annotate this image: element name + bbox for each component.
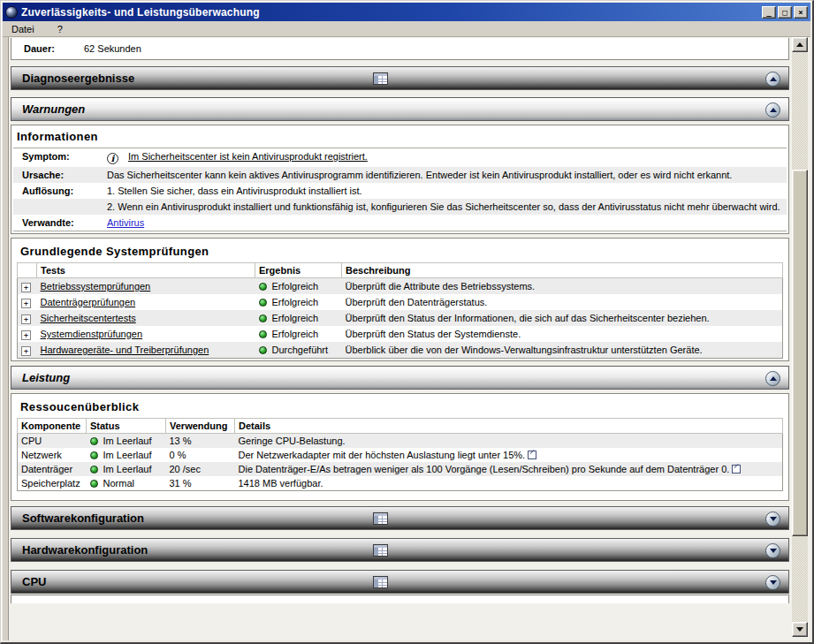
section-bar-warnungen[interactable]: Warnungen	[11, 97, 789, 121]
resource-status: Im Leerlauf	[103, 436, 152, 446]
resource-details: 1418 MB verfügbar.	[235, 476, 783, 491]
col-header-status[interactable]: Status	[87, 419, 166, 434]
test-link[interactable]: Sicherheitscentertests	[41, 313, 136, 323]
duration-value: 62 Sekunden	[84, 43, 141, 54]
status-green-icon	[90, 480, 98, 488]
collapse-chevron-up-icon[interactable]	[765, 371, 780, 386]
resource-name: CPU	[18, 434, 87, 449]
expand-chevron-down-icon[interactable]	[765, 511, 780, 527]
test-description: Überprüft den Status der Systemdienste.	[342, 326, 783, 342]
collapse-chevron-up-icon[interactable]	[765, 72, 780, 87]
collapse-chevron-up-icon[interactable]	[765, 102, 780, 117]
table-icon	[373, 544, 388, 557]
expand-chevron-down-icon[interactable]	[765, 575, 780, 590]
test-result: Erfolgreich	[272, 281, 319, 292]
menu-item-help[interactable]: ?	[54, 23, 66, 35]
expand-icon[interactable]: +	[21, 346, 31, 356]
info-row-aufloesung-1: Auflösung: 1. Stellen Sie sicher, dass e…	[13, 183, 787, 199]
table-icon	[373, 576, 388, 588]
expand-icon[interactable]: +	[21, 299, 31, 308]
table-icon	[373, 72, 388, 85]
verwandte-label: Verwandte:	[13, 217, 107, 228]
next-panel-cutoff	[11, 595, 789, 603]
section-bar-hardware[interactable]: Hardwarekonfiguration	[11, 538, 789, 562]
test-description: Überprüft die Attribute des Betriebssyst…	[342, 278, 783, 295]
resource-usage: 31 %	[166, 476, 235, 491]
test-result: Durchgeführt	[272, 345, 329, 355]
ressourcen-table: Komponente Status Verwendung Details CPU…	[17, 418, 783, 491]
resource-name: Speicherplatz	[18, 476, 87, 491]
resource-status: Im Leerlauf	[103, 450, 152, 460]
title-bar: Zuverlässigkeits- und Leistungsüberwachu…	[3, 3, 810, 21]
informationen-heading: Informationen	[13, 127, 787, 148]
table-icon	[373, 512, 388, 525]
vertical-scrollbar[interactable]	[792, 37, 808, 637]
resource-status: Im Leerlauf	[103, 464, 152, 474]
resource-usage: 13 %	[166, 434, 235, 449]
maximize-button[interactable]: □	[778, 6, 792, 19]
col-header-beschreibung[interactable]: Beschreibung	[342, 263, 783, 278]
table-row: Netzwerk Im Leerlauf 0 % Der Netzwerkada…	[18, 448, 783, 462]
resource-details: Der Netzwerkadapter mit der höchsten Aus…	[235, 448, 783, 462]
resource-details: Geringe CPU-Belastung.	[235, 434, 783, 449]
resource-details: Die Datenträger-E/As betragen weniger al…	[235, 462, 783, 476]
col-header-komponente[interactable]: Komponente	[18, 419, 87, 434]
status-green-icon	[259, 283, 267, 291]
info-row-symptom: Symptom: i Im Sicherheitscenter ist kein…	[13, 148, 787, 167]
resource-usage: 0 %	[166, 448, 235, 462]
systemchecks-table: Tests Ergebnis Beschreibung + Betriebssy…	[17, 262, 783, 359]
info-row-aufloesung-2: 2. Wenn ein Antivirusprodukt installiert…	[13, 199, 787, 215]
test-link[interactable]: Hardwaregeräte- und Treiberprüfungen	[41, 345, 209, 355]
section-bar-cpu[interactable]: CPU	[11, 570, 789, 594]
expand-icon[interactable]: +	[21, 283, 31, 292]
aufloesung-label: Auflösung:	[13, 186, 107, 196]
antivirus-link[interactable]: Antivirus	[107, 217, 144, 228]
status-green-icon	[259, 314, 267, 322]
section-title-leistung: Leistung	[22, 371, 70, 384]
duration-label: Dauer:	[24, 43, 84, 54]
aufloesung-step2: 2. Wenn ein Antivirusprodukt installiert…	[107, 201, 787, 212]
informationen-panel: Informationen Symptom: i Im Sicherheitsc…	[11, 125, 789, 234]
status-green-icon	[90, 437, 98, 445]
test-link[interactable]: Betriebssystemprüfungen	[41, 281, 151, 292]
minimize-button[interactable]: _	[762, 6, 776, 19]
col-header-verwendung[interactable]: Verwendung	[166, 419, 235, 434]
scrollbar-thumb[interactable]	[792, 170, 808, 536]
resource-name: Datenträger	[18, 462, 87, 476]
section-bar-software[interactable]: Softwarekonfiguration	[11, 506, 789, 530]
table-row: + Betriebssystemprüfungen Erfolgreich Üb…	[18, 278, 783, 295]
menu-item-file[interactable]: Datei	[8, 23, 38, 35]
test-link[interactable]: Systemdienstprüfungen	[41, 329, 143, 339]
report-scroll-area: Dauer: 62 Sekunden Diagnoseergebnisse Wa…	[3, 37, 810, 640]
window-title: Zuverlässigkeits- und Leistungsüberwachu…	[21, 6, 762, 19]
section-bar-leistung[interactable]: Leistung	[11, 366, 789, 390]
info-row-verwandte: Verwandte: Antivirus	[13, 215, 787, 231]
info-row-ursache: Ursache: Das Sicherheitscenter kann kein…	[13, 167, 787, 183]
close-button[interactable]: ×	[794, 6, 808, 19]
symptom-label: Symptom:	[13, 151, 107, 162]
related-link-icon[interactable]	[732, 465, 741, 474]
table-row: + Datenträgerprüfungen Erfolgreich Überp…	[18, 294, 783, 310]
test-description: Überblick über die von der Windows-Verwa…	[342, 342, 783, 359]
col-header-tests[interactable]: Tests	[37, 263, 255, 278]
expand-icon[interactable]: +	[21, 330, 31, 340]
table-row: + Sicherheitscentertests Erfolgreich Übe…	[18, 310, 783, 326]
scroll-up-button[interactable]	[792, 37, 808, 52]
col-header-details[interactable]: Details	[235, 419, 783, 434]
related-link-icon[interactable]	[528, 451, 536, 459]
test-description: Überprüft den Datenträgerstatus.	[342, 294, 783, 310]
test-description: Überprüft den Status der Informationen, …	[342, 310, 783, 326]
symptom-link[interactable]: Im Sicherheitscenter ist kein Antivirusp…	[128, 151, 368, 162]
duration-summary: Dauer: 62 Sekunden	[11, 38, 789, 60]
aufloesung-step1: 1. Stellen Sie sicher, dass ein Antiviru…	[107, 186, 787, 196]
expand-icon[interactable]: +	[21, 314, 31, 324]
col-header-ergebnis[interactable]: Ergebnis	[255, 263, 342, 278]
ursache-text: Das Sicherheitscenter kann kein aktives …	[107, 170, 787, 180]
resource-usage: 20 /sec	[166, 462, 235, 476]
status-green-icon	[90, 466, 98, 474]
app-window: Zuverlässigkeits- und Leistungsüberwachu…	[0, 0, 814, 644]
section-bar-diagnose[interactable]: Diagnoseergebnisse	[11, 66, 789, 90]
scroll-down-button[interactable]	[792, 622, 808, 637]
test-link[interactable]: Datenträgerprüfungen	[41, 297, 136, 307]
expand-chevron-down-icon[interactable]	[765, 543, 780, 558]
